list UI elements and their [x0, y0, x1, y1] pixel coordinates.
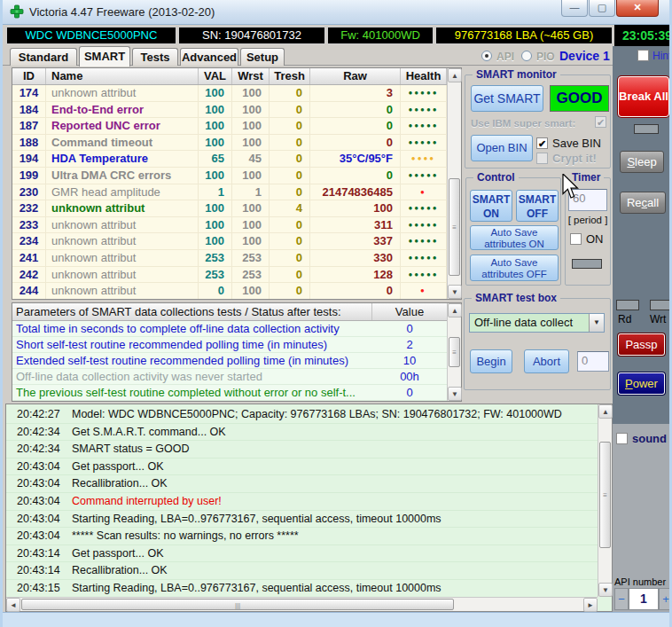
- log-row[interactable]: 20:43:14Recallibration... OK: [6, 562, 598, 580]
- use-ibm-label: Use IBM super smart:: [471, 118, 575, 129]
- log-row[interactable]: 20:43:04Command interrupted by user!: [6, 493, 598, 511]
- scroll-left-icon[interactable]: ◄: [6, 598, 20, 612]
- maximize-button[interactable]: ▢: [589, 0, 615, 17]
- table-cell: 100: [232, 135, 270, 151]
- minimize-button[interactable]: —: [561, 0, 588, 17]
- log-vscrollbar[interactable]: ▲ ≡ ▼: [598, 404, 612, 597]
- column-header[interactable]: Tresh: [270, 68, 310, 84]
- close-button[interactable]: ✕: [616, 0, 659, 17]
- chevron-down-icon[interactable]: ▼: [589, 314, 604, 332]
- table-row[interactable]: 241unknown attribut2532530330●●●●●: [12, 250, 447, 267]
- column-header[interactable]: Raw: [310, 68, 401, 84]
- recall-button[interactable]: Recall: [620, 192, 666, 214]
- table-row[interactable]: Total time in seconds to complete off-li…: [12, 321, 447, 337]
- scroll-down-icon[interactable]: ▼: [448, 387, 462, 401]
- column-header[interactable]: VAL: [199, 68, 232, 84]
- log-message: Get passport... OK: [52, 458, 164, 475]
- table-cell: 0: [310, 135, 401, 151]
- sound-checkbox[interactable]: [616, 433, 628, 444]
- table-row[interactable]: 187Reported UNC error10010000●●●●●: [12, 118, 447, 135]
- column-header[interactable]: ID: [12, 68, 46, 84]
- smart-table-scrollbar[interactable]: ▲ ≡ ▼: [447, 68, 461, 299]
- smart-off-button[interactable]: SMART OFF: [516, 190, 559, 222]
- log-row[interactable]: 20:43:14Get passport... OK: [6, 545, 598, 563]
- tab-setup[interactable]: Setup: [240, 48, 285, 66]
- log-message: Starting Reading, LBA=0..976773167, sequ…: [52, 511, 441, 528]
- table-row[interactable]: 244unknown attribut010000●: [12, 283, 447, 299]
- table-cell: 0: [270, 250, 310, 266]
- get-smart-button[interactable]: Get SMART: [471, 85, 543, 112]
- table-row[interactable]: 199Ultra DMA CRC errors10010000●●●●●: [12, 168, 447, 184]
- param-value: 0: [372, 385, 447, 400]
- tab-standard[interactable]: Standard: [10, 48, 77, 66]
- log-row[interactable]: 20:43:04Get passport... OK: [6, 458, 598, 476]
- test-counter-input[interactable]: 0: [577, 351, 609, 372]
- log-row[interactable]: 20:42:34SMART status = GOOD: [6, 441, 598, 458]
- table-row[interactable]: 188Command timeout10010000●●●●●: [12, 135, 447, 152]
- table-row[interactable]: The previous self-test routine completed…: [12, 385, 447, 401]
- param-table-scrollbar[interactable]: ▲ ≡ ▼: [447, 303, 461, 401]
- sleep-button[interactable]: Sleep: [620, 151, 664, 173]
- abort-button[interactable]: Abort: [524, 349, 569, 373]
- scroll-down-icon[interactable]: ▼: [598, 583, 613, 597]
- api-number-plus-button[interactable]: +: [659, 588, 672, 610]
- column-header[interactable]: Health: [401, 68, 447, 84]
- table-row[interactable]: 232unknown attribut1001004100●●●●●: [12, 200, 447, 217]
- tab-tests[interactable]: Tests: [132, 48, 178, 66]
- crypt-checkbox[interactable]: [536, 153, 548, 164]
- use-ibm-checkbox[interactable]: ✔: [595, 116, 606, 128]
- smart-monitor-caption: SMART monitor: [473, 68, 560, 81]
- break-all-button[interactable]: Break All: [618, 76, 669, 117]
- log-row[interactable]: 20:43:15Starting Reading, LBA=0..9767731…: [6, 580, 598, 597]
- table-row[interactable]: Short self-test routine recommended poll…: [12, 337, 447, 353]
- smart-testbox-caption: SMART test box: [472, 292, 560, 304]
- scroll-up-icon[interactable]: ▲: [448, 68, 462, 82]
- smart-on-button[interactable]: SMART ON: [470, 190, 512, 222]
- tab-smart[interactable]: SMART: [79, 46, 130, 67]
- scroll-up-icon[interactable]: ▲: [598, 404, 613, 419]
- column-header[interactable]: Wrst: [232, 68, 270, 84]
- api-number-minus-button[interactable]: −: [614, 588, 629, 610]
- table-row[interactable]: 233unknown attribut1001000311●●●●●: [12, 217, 447, 234]
- log-row[interactable]: 20:42:27Model: WDC WDBNCE5000PNC; Capaci…: [6, 406, 598, 424]
- table-row[interactable]: 230GMR head amplitude11021474836485●: [12, 184, 447, 201]
- table-row[interactable]: Extended self-test routine recommended p…: [12, 353, 447, 369]
- tab-advanced[interactable]: Advanced: [180, 48, 238, 66]
- autosave-on-button[interactable]: Auto Save attributes ON: [470, 225, 559, 250]
- log-row[interactable]: 20:43:04***** Scan results: no warnings,…: [6, 528, 598, 545]
- scrollbar-thumb[interactable]: |||: [21, 599, 454, 610]
- log-row[interactable]: 20:42:34Get S.M.A.R.T. command... OK: [6, 424, 598, 442]
- health-dots: ●●●●●: [401, 118, 447, 134]
- hints-checkbox[interactable]: [637, 50, 649, 61]
- scroll-right-icon[interactable]: ►: [583, 598, 598, 612]
- scroll-down-icon[interactable]: ▼: [448, 285, 462, 299]
- table-row[interactable]: 242unknown attribut2532530128●●●●●: [12, 267, 447, 284]
- table-row[interactable]: Off-line data collection activity was ne…: [12, 369, 447, 385]
- table-cell: unknown attribut: [46, 283, 199, 299]
- table-row[interactable]: 184End-to-End error10010000●●●●●: [12, 102, 447, 119]
- table-row[interactable]: 174unknown attribut10010003●●●●●: [12, 85, 447, 102]
- timer-on-checkbox[interactable]: [570, 233, 582, 245]
- open-bin-button[interactable]: Open BIN: [471, 135, 533, 161]
- table-row[interactable]: 194HDA Temperature6545035°C/95°F●●●●: [12, 151, 447, 168]
- column-header[interactable]: Name: [46, 68, 199, 84]
- scrollbar-thumb[interactable]: ≡: [449, 178, 460, 276]
- log-row[interactable]: 20:43:04Starting Reading, LBA=0..9767731…: [6, 511, 598, 529]
- power-button[interactable]: Power: [618, 372, 665, 395]
- begin-button[interactable]: Begin: [470, 349, 512, 373]
- api-radio[interactable]: [481, 51, 492, 61]
- log-row[interactable]: 20:43:04Recallibration... OK: [6, 475, 598, 493]
- table-row[interactable]: 234unknown attribut1001000337●●●●●: [12, 233, 447, 250]
- drive-firmware: Fw: 401000WD: [327, 27, 434, 44]
- scroll-up-icon[interactable]: ▲: [448, 303, 462, 317]
- log-hscrollbar[interactable]: ◄ ||| ►: [6, 597, 598, 611]
- save-bin-checkbox[interactable]: ✔: [536, 137, 548, 149]
- autosave-off-button[interactable]: Auto Save attributes OFF: [470, 255, 559, 281]
- drive-model: WDC WDBNCE5000PNC: [6, 27, 176, 44]
- test-select[interactable]: Off-line data collect ▼: [469, 313, 605, 333]
- pio-radio[interactable]: [521, 51, 532, 61]
- log-message: Command interrupted by user!: [52, 493, 222, 510]
- scrollbar-thumb[interactable]: ≡: [599, 442, 611, 548]
- scrollbar-thumb[interactable]: ≡: [449, 337, 460, 367]
- passport-button[interactable]: Passp: [618, 333, 665, 356]
